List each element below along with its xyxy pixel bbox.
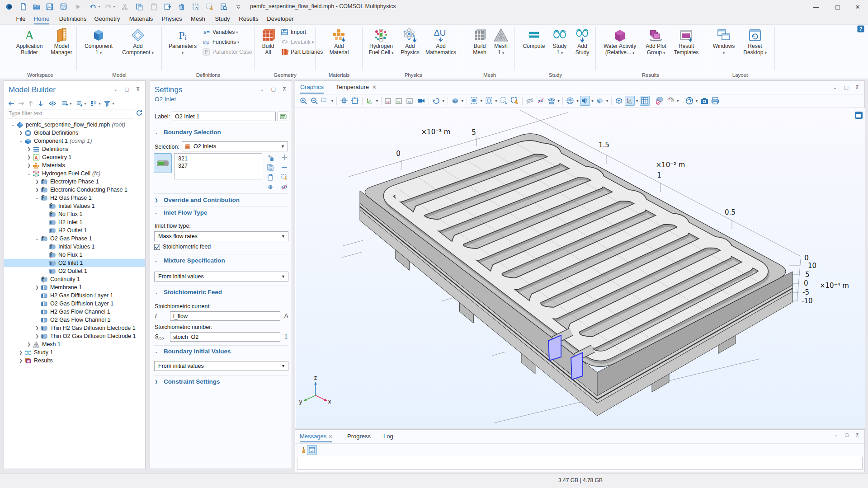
tab-log[interactable]: Log xyxy=(383,431,393,442)
up-arrow-icon[interactable] xyxy=(28,99,34,108)
tree-chevron[interactable]: ❯ xyxy=(19,358,23,363)
tree-filter-input[interactable]: Type filter text xyxy=(6,109,134,118)
tree-chevron[interactable]: ❯ xyxy=(35,285,39,290)
menu-geometry[interactable]: Geometry xyxy=(93,14,121,25)
menu-physics[interactable]: Physics xyxy=(160,14,184,25)
close-button[interactable]: ✕ xyxy=(847,0,868,14)
zoom-box-caret-icon[interactable]: ▼ xyxy=(330,99,334,103)
active-selection-toggle[interactable] xyxy=(154,153,172,173)
view-xz-icon[interactable]: xz xyxy=(406,96,415,106)
section-constraint-settings[interactable]: ❯Constraint Settings xyxy=(155,378,220,385)
undo-dropdown-caret[interactable]: ▼ xyxy=(98,5,101,8)
menu-study[interactable]: Study xyxy=(212,14,232,25)
tree-item-o2-outlet-1[interactable]: O2 Outlet 1 xyxy=(4,267,145,275)
color-palette-caret-icon[interactable]: ▼ xyxy=(676,99,679,103)
ribbon-button-mesh-1-[interactable]: Mesh1 ▾ xyxy=(486,27,516,56)
tree-item-o2-gas-diffusion-layer-1[interactable]: O2 Gas Diffusion Layer 1 xyxy=(4,300,145,308)
copy-icon[interactable] xyxy=(135,2,144,11)
selection-list[interactable]: 321 327 xyxy=(174,153,262,179)
ribbon-button-livelink[interactable]: LiveLink▾ xyxy=(281,38,314,46)
scene-light-caret-icon[interactable]: ▼ xyxy=(576,99,579,103)
tree-item-geometry-1[interactable]: ❯AGeometry 1 xyxy=(4,153,145,161)
tree-chevron[interactable]: ❯ xyxy=(27,342,31,347)
zoom-selected-icon[interactable] xyxy=(350,96,360,106)
ribbon-button-result-templates[interactable]: ResultTemplates xyxy=(671,27,702,56)
tree-item-h2-inlet-1[interactable]: H2 Inlet 1 xyxy=(4,218,145,226)
show-grid-icon[interactable] xyxy=(640,96,650,106)
tree-item-pemfc-serpentine-flow-field-mph[interactable]: ⌄pemfc_serpentine_flow_field.mph(root) xyxy=(4,121,145,129)
deselect-box-icon[interactable] xyxy=(484,96,494,106)
no-thumbnail-icon[interactable] xyxy=(655,96,665,106)
messages-window-controls[interactable]: ⌄ ▢ ⊼ xyxy=(834,432,862,437)
find-icon[interactable] xyxy=(219,2,228,11)
paste-icon[interactable] xyxy=(149,2,158,11)
ribbon-button-add-mathematics[interactable]: ΔUAddMathematics xyxy=(425,27,456,56)
hide-objects-icon[interactable] xyxy=(525,96,535,106)
selection-dropdown[interactable]: O2 Inlets▼ xyxy=(182,141,288,151)
collapse-tree-icon[interactable]: ▼ xyxy=(75,99,87,108)
ribbon-button-reset-desktop-[interactable]: ResetDesktop ▾ xyxy=(740,27,770,56)
section-override[interactable]: ❯Override and Contribution xyxy=(155,197,240,203)
default-view-icon[interactable] xyxy=(365,96,375,106)
node-group-icon[interactable]: ▼ xyxy=(90,99,101,108)
tree-item-thin-o2-gas-diffusion-electrode-1[interactable]: ❯Thin O2 Gas Diffusion Electrode 1 xyxy=(4,332,145,340)
zoom-extents-icon[interactable] xyxy=(339,96,349,106)
camera-snapshot-icon[interactable] xyxy=(699,96,709,106)
stoichiometric-feed-checkbox[interactable] xyxy=(154,244,160,250)
tree-item-h2-gas-phase-1[interactable]: ⌄DH2 Gas Phase 1 xyxy=(4,194,145,202)
view-yz-icon[interactable]: yz xyxy=(395,96,405,106)
zoom-out-icon[interactable] xyxy=(309,96,319,106)
tree-item-initial-values-1[interactable]: DInitial Values 1 xyxy=(4,243,145,251)
clear-messages-icon[interactable] xyxy=(298,446,307,455)
camera-view-icon[interactable] xyxy=(416,96,426,106)
zoom-to-selection-icon[interactable] xyxy=(265,183,275,191)
tree-item-definitions[interactable]: ❯Definitions xyxy=(4,145,145,153)
open-file-icon[interactable] xyxy=(32,2,41,11)
select-box-caret-icon[interactable]: ▼ xyxy=(480,99,483,103)
inlet-flow-dropdown[interactable]: Mass flow rates▼ xyxy=(154,231,288,241)
selection-list-item[interactable]: 327 xyxy=(178,163,262,169)
ribbon-button-application-builder[interactable]: AApplicationBuilder xyxy=(14,27,45,56)
play-icon[interactable] xyxy=(74,2,83,11)
clear-selection-btn-icon[interactable] xyxy=(279,173,289,181)
deselect-box-caret-icon[interactable]: ▼ xyxy=(495,99,498,103)
scene-appearance-caret-icon[interactable]: ▼ xyxy=(461,99,464,103)
section-boundary-initial-values[interactable]: ⌄Boundary Initial Values xyxy=(155,348,231,355)
tab-graphics[interactable]: Graphics xyxy=(300,81,324,94)
tab-messages[interactable]: Messages ✕ xyxy=(300,431,332,442)
ribbon-button-functions[interactable]: f(x)Functions▾ xyxy=(203,38,239,46)
ribbon-button-build-all[interactable]: BuildAll xyxy=(253,27,283,56)
filter-funnel-icon[interactable]: ▼ xyxy=(104,99,115,108)
tree-chevron[interactable]: ❯ xyxy=(35,334,39,338)
tree-item-no-flux-1[interactable]: DNo Flux 1 xyxy=(4,251,145,259)
ribbon-button-hydrogen-fuel-cell-[interactable]: HydrogenFuel Cell ▾ xyxy=(366,27,396,56)
zoom-box-icon[interactable] xyxy=(320,96,330,106)
tree-chevron[interactable]: ⌄ xyxy=(19,139,23,143)
tree-chevron[interactable]: ⌄ xyxy=(35,236,39,241)
menu-mesh[interactable]: Mesh xyxy=(188,14,208,25)
menu-file[interactable]: File xyxy=(12,14,30,25)
tree-chevron[interactable]: ❯ xyxy=(27,147,31,151)
show-eye-icon[interactable] xyxy=(48,99,57,108)
remove-selection-icon[interactable] xyxy=(279,163,289,171)
rename-button[interactable] xyxy=(278,112,289,121)
redo-icon[interactable] xyxy=(104,2,113,11)
ribbon-button-add-component-[interactable]: AddComponent ▾ xyxy=(123,27,153,56)
show-hidden-icon[interactable] xyxy=(536,96,546,106)
ribbon-button-add-physics[interactable]: AddPhysics xyxy=(395,27,425,56)
tree-chevron[interactable]: ⌄ xyxy=(27,171,31,176)
toolbar-chevron-icon[interactable] xyxy=(234,2,243,11)
color-palette-icon[interactable] xyxy=(665,96,675,106)
show-axes-caret-icon[interactable]: ▼ xyxy=(635,99,639,103)
duplicate-icon[interactable] xyxy=(163,2,172,11)
tree-item-results[interactable]: ❯Results xyxy=(4,357,145,365)
plot-window-icon[interactable] xyxy=(855,112,863,119)
save-as-icon[interactable] xyxy=(59,2,68,11)
tree-chevron[interactable]: ❯ xyxy=(35,326,39,330)
sound-caret-icon[interactable]: ▼ xyxy=(590,99,594,103)
section-mixture-specification[interactable]: ⌄Mixture Specification xyxy=(155,257,225,264)
tree-item-global-definitions[interactable]: ❯Global Definitions xyxy=(4,129,145,137)
paste-selection-icon[interactable] xyxy=(265,173,275,181)
ribbon-button-parameters-[interactable]: PiParameters▾ xyxy=(167,27,198,56)
hide-selected-icon[interactable] xyxy=(279,183,289,191)
